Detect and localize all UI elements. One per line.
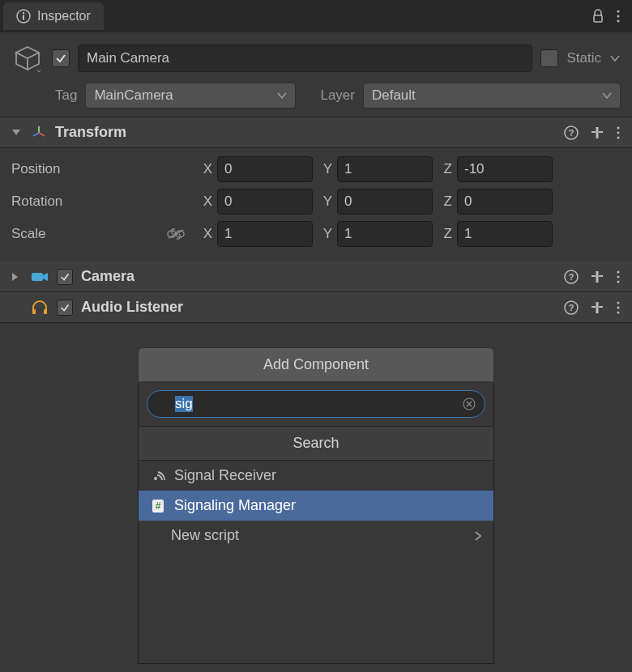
svg-point-35 — [617, 306, 620, 308]
scale-label: Scale — [11, 226, 46, 242]
chevron-right-icon — [474, 530, 482, 542]
gameobject-header: Static Tag MainCamera Layer Default — [0, 32, 632, 117]
tag-label: Tag — [55, 87, 77, 104]
svg-point-26 — [617, 280, 620, 283]
audio-listener-header[interactable]: Audio Listener ? — [0, 292, 632, 323]
svg-rect-33 — [596, 302, 599, 313]
camera-header[interactable]: Camera ? — [0, 262, 632, 292]
gameobject-icon[interactable] — [11, 42, 44, 74]
audio-listener-title: Audio Listener — [81, 299, 556, 316]
add-component-button[interactable]: Add Component — [138, 347, 494, 382]
result-signal-receiver[interactable]: Signal Receiver — [139, 461, 493, 491]
svg-rect-9 — [591, 131, 596, 133]
svg-point-5 — [617, 15, 620, 18]
help-icon[interactable]: ? — [564, 270, 579, 284]
signal-icon — [150, 468, 166, 484]
camera-icon — [31, 270, 49, 283]
gameobject-name-input[interactable] — [78, 45, 532, 72]
svg-point-1 — [23, 12, 24, 14]
tab-bar: Inspector — [0, 0, 632, 32]
more-icon[interactable] — [616, 9, 621, 23]
svg-point-36 — [617, 311, 620, 313]
axis-y-label: Y — [318, 161, 332, 177]
clear-icon[interactable] — [463, 398, 476, 410]
scale-y-input[interactable] — [337, 221, 433, 247]
result-label: Signal Receiver — [174, 467, 276, 484]
svg-rect-3 — [594, 15, 602, 22]
result-new-script[interactable]: New script — [139, 521, 493, 551]
camera-enabled-checkbox[interactable] — [57, 269, 73, 285]
more-icon[interactable] — [616, 300, 621, 315]
rotation-x-input[interactable] — [217, 189, 313, 215]
svg-point-6 — [617, 20, 620, 23]
search-value: sig — [175, 396, 193, 412]
layer-label: Layer — [320, 87, 355, 104]
add-component-panel: sig Search Signal Receiver # Signaling M… — [138, 382, 494, 664]
transform-header[interactable]: Transform ? — [0, 117, 632, 148]
svg-rect-10 — [599, 131, 603, 133]
inspector-tab[interactable]: Inspector — [3, 2, 104, 30]
position-label: Position — [11, 161, 198, 177]
svg-point-40 — [154, 477, 157, 480]
result-list: Signal Receiver # Signaling Manager New … — [139, 461, 493, 663]
axis-z-label: Z — [438, 161, 452, 177]
svg-text:#: # — [156, 500, 161, 512]
audio-enabled-checkbox[interactable] — [57, 300, 73, 316]
axis-x-label: X — [198, 161, 212, 177]
tag-dropdown[interactable]: MainCamera — [85, 83, 296, 108]
svg-rect-2 — [23, 15, 24, 20]
scale-z-input[interactable] — [457, 221, 553, 247]
search-header: Search — [139, 426, 493, 461]
foldout-icon[interactable] — [11, 272, 23, 282]
svg-rect-28 — [44, 309, 47, 314]
svg-rect-32 — [599, 306, 603, 308]
static-label: Static — [566, 50, 601, 66]
more-icon[interactable] — [616, 125, 621, 140]
svg-rect-27 — [32, 309, 36, 314]
position-y-input[interactable] — [337, 156, 433, 182]
headphones-icon — [31, 300, 49, 315]
svg-point-13 — [617, 131, 620, 134]
info-icon — [16, 9, 31, 23]
svg-rect-18 — [32, 273, 43, 281]
transform-icon — [31, 125, 47, 141]
svg-point-34 — [617, 301, 620, 304]
layer-dropdown[interactable]: Default — [363, 83, 621, 108]
scale-x-input[interactable] — [217, 221, 313, 247]
foldout-icon[interactable] — [11, 129, 23, 137]
result-signaling-manager[interactable]: # Signaling Manager — [139, 491, 493, 521]
rotation-z-input[interactable] — [457, 189, 553, 215]
component-search-input[interactable]: sig — [147, 390, 485, 418]
svg-text:?: ? — [569, 128, 574, 138]
preset-icon[interactable] — [590, 270, 604, 284]
layer-value: Default — [372, 87, 416, 104]
result-label: New script — [171, 527, 239, 544]
scale-row: Scale X Y Z — [11, 221, 621, 247]
preset-icon[interactable] — [590, 300, 604, 315]
help-icon[interactable]: ? — [564, 300, 579, 315]
lock-icon[interactable] — [591, 9, 604, 23]
svg-point-14 — [617, 136, 620, 138]
preset-icon[interactable] — [590, 125, 604, 140]
svg-rect-22 — [599, 275, 603, 277]
help-icon[interactable]: ? — [564, 125, 579, 140]
static-checkbox[interactable] — [540, 49, 558, 67]
svg-rect-21 — [591, 275, 596, 277]
active-checkbox[interactable] — [52, 49, 70, 67]
more-icon[interactable] — [616, 270, 621, 284]
camera-title: Camera — [81, 268, 556, 285]
svg-rect-31 — [591, 306, 596, 308]
rotation-label: Rotation — [11, 194, 198, 210]
svg-point-4 — [617, 11, 620, 13]
tab-title: Inspector — [37, 9, 91, 23]
link-icon[interactable] — [167, 228, 185, 240]
static-dropdown-arrow[interactable] — [609, 54, 621, 62]
position-x-input[interactable] — [217, 156, 313, 182]
position-z-input[interactable] — [457, 156, 553, 182]
rotation-y-input[interactable] — [337, 189, 433, 215]
rotation-row: Rotation X Y Z — [11, 189, 621, 215]
svg-text:?: ? — [569, 303, 574, 313]
svg-point-25 — [617, 275, 620, 278]
tag-value: MainCamera — [94, 87, 173, 104]
result-label: Signaling Manager — [174, 497, 296, 514]
